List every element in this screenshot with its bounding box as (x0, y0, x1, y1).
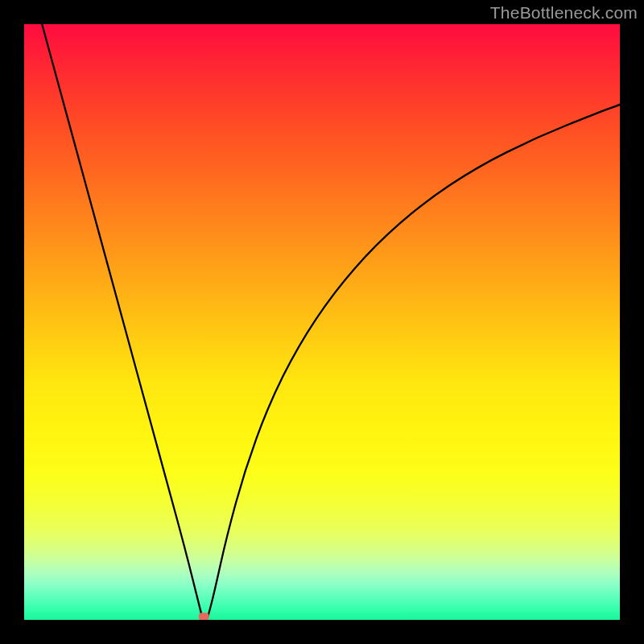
chart-svg (24, 24, 620, 620)
watermark-text: TheBottleneck.com (490, 3, 638, 23)
curve-line (42, 24, 620, 620)
plot-area (24, 24, 620, 620)
svg-rect-0 (199, 613, 209, 620)
minimum-marker (199, 613, 209, 620)
chart-frame: TheBottleneck.com (0, 0, 644, 644)
